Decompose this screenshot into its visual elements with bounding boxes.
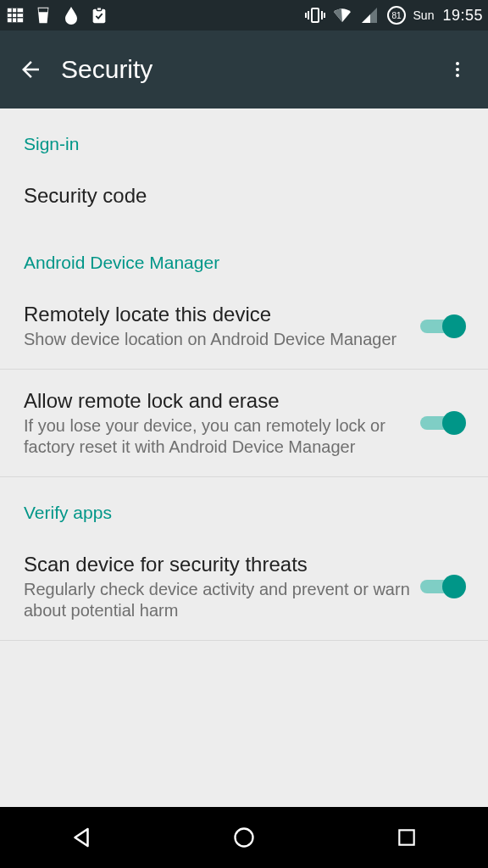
item-title: Allow remote lock and erase bbox=[24, 388, 410, 414]
section-header-verify: Verify apps bbox=[0, 477, 488, 533]
status-right: 81 Sun 19:55 bbox=[305, 5, 483, 25]
switch-scan-threats[interactable] bbox=[420, 573, 464, 600]
item-subtitle: If you lose your device, you can remotel… bbox=[24, 415, 410, 458]
status-time: 19:55 bbox=[442, 7, 483, 25]
section-header-adm: Android Device Manager bbox=[0, 227, 488, 283]
app-bar: Security bbox=[0, 31, 488, 108]
svg-point-21 bbox=[236, 829, 253, 847]
vibrate-icon bbox=[305, 5, 325, 25]
signal-icon bbox=[359, 5, 380, 25]
item-security-code[interactable]: Security code bbox=[0, 164, 488, 227]
status-bar: 81 Sun 19:55 bbox=[0, 0, 488, 31]
svg-marker-15 bbox=[362, 14, 370, 23]
status-day: Sun bbox=[413, 8, 435, 22]
svg-rect-9 bbox=[312, 8, 319, 22]
svg-rect-22 bbox=[399, 830, 413, 844]
navigation-bar bbox=[0, 807, 488, 868]
divider bbox=[0, 640, 488, 641]
status-left bbox=[5, 5, 109, 25]
battery-icon: 81 bbox=[386, 5, 407, 25]
page-title: Security bbox=[61, 55, 152, 84]
overflow-menu-button[interactable] bbox=[437, 49, 478, 90]
item-title: Scan device for security threats bbox=[24, 552, 410, 577]
svg-marker-6 bbox=[39, 8, 48, 13]
svg-rect-0 bbox=[8, 8, 23, 23]
drop-icon bbox=[61, 5, 81, 25]
item-subtitle: Show device location on Android Device M… bbox=[24, 329, 410, 350]
svg-point-19 bbox=[456, 68, 459, 71]
switch-remotely-locate[interactable] bbox=[420, 313, 464, 340]
item-scan-threats[interactable]: Scan device for security threats Regular… bbox=[0, 533, 488, 640]
clipboard-icon bbox=[89, 5, 109, 25]
nav-recent-button[interactable] bbox=[380, 817, 434, 858]
item-title: Security code bbox=[24, 183, 454, 209]
glass-icon bbox=[33, 5, 53, 25]
item-title: Remotely locate this device bbox=[24, 302, 410, 327]
back-button[interactable] bbox=[10, 49, 51, 90]
content: Sign-in Security code Android Device Man… bbox=[0, 108, 488, 807]
switch-remote-lock-erase[interactable] bbox=[420, 409, 464, 437]
svg-rect-8 bbox=[97, 8, 102, 11]
wifi-icon bbox=[332, 5, 352, 25]
screen: 81 Sun 19:55 Security Sign-in Security c… bbox=[0, 0, 488, 868]
svg-point-20 bbox=[456, 74, 459, 77]
nav-back-button[interactable] bbox=[54, 817, 108, 858]
nav-home-button[interactable] bbox=[217, 817, 271, 858]
section-header-signin: Sign-in bbox=[0, 108, 488, 164]
item-remotely-locate[interactable]: Remotely locate this device Show device … bbox=[0, 283, 488, 369]
item-subtitle: Regularly check device activity and prev… bbox=[24, 579, 410, 621]
calendar-icon bbox=[5, 5, 25, 25]
svg-text:81: 81 bbox=[391, 11, 402, 20]
svg-point-18 bbox=[456, 62, 459, 65]
item-remote-lock-erase[interactable]: Allow remote lock and erase If you lose … bbox=[0, 370, 488, 476]
